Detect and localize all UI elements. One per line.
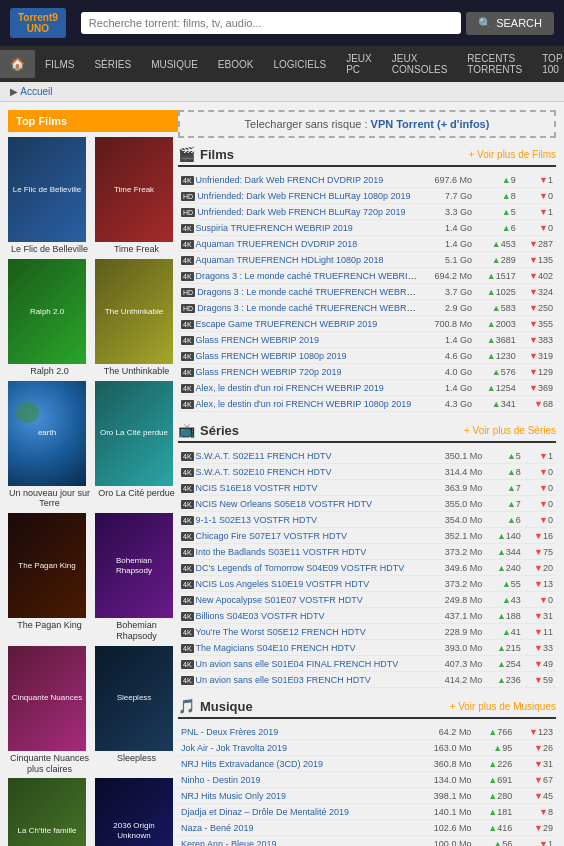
nav-logiciels[interactable]: LOGICIELS — [263, 52, 336, 77]
table-row[interactable]: 4KGlass FRENCH WEBRIP 2019 1.4 Go ▲3681 … — [178, 332, 556, 348]
table-row[interactable]: 4KInto the Badlands S03E11 VOSTFR HDTV 3… — [178, 544, 556, 560]
list-item[interactable]: Le Flic de Belleville Le Flic de Bellevi… — [8, 137, 91, 255]
table-row[interactable]: 4KEscape Game TRUEFRENCH WEBRIP 2019 700… — [178, 316, 556, 332]
torrent-link[interactable]: DC's Legends of Tomorrow S04E09 VOSTFR H… — [196, 563, 405, 573]
nav-series[interactable]: SÉRIES — [84, 52, 141, 77]
table-row[interactable]: Naza - Bené 2019 102.6 Mo ▲416 ▼29 — [178, 820, 556, 836]
nav-recents[interactable]: RECENTS TORRENTS — [457, 46, 532, 82]
table-row[interactable]: 4KDragons 3 : Le monde caché TRUEFRENCH … — [178, 268, 556, 284]
torrent-link[interactable]: Alex, le destin d'un roi FRENCH WEBRIP 2… — [196, 383, 384, 393]
table-row[interactable]: HDDragons 3 : Le monde caché TRUEFRENCH … — [178, 300, 556, 316]
vpn-link[interactable]: VPN Torrent — [371, 118, 434, 130]
list-item[interactable]: The Unthinkable The Unthinkable — [95, 259, 178, 377]
torrent-link[interactable]: You're The Worst S05E12 FRENCH HDTV — [196, 627, 366, 637]
table-row[interactable]: 4KBillions S04E03 VOSTFR HDTV 437.1 Mo ▲… — [178, 608, 556, 624]
table-row[interactable]: Keren Ann - Bleue 2019 100.0 Mo ▲56 ▼1 — [178, 836, 556, 847]
nav-home[interactable]: 🏠 — [0, 50, 35, 78]
torrent-link[interactable]: Alex, le destin d'un roi FRENCH WEBRIP 1… — [196, 399, 412, 409]
nav-ebook[interactable]: EBOOK — [208, 52, 264, 77]
list-item[interactable]: Oro La Cité perdue Oro La Cité perdue — [95, 381, 178, 510]
torrent-link[interactable]: Un avion sans elle S01E03 FRENCH HDTV — [196, 675, 371, 685]
torrent-link[interactable]: NRJ Hits Extravadance (3CD) 2019 — [181, 759, 323, 769]
torrent-link[interactable]: NCIS New Orleans S05E18 VOSTFR HDTV — [196, 499, 373, 509]
breadcrumb-link[interactable]: Accueil — [20, 86, 52, 97]
table-row[interactable]: 4KAlex, le destin d'un roi FRENCH WEBRIP… — [178, 380, 556, 396]
torrent-link[interactable]: Aquaman TRUEFRENCH DVDRIP 2018 — [196, 239, 358, 249]
torrent-link[interactable]: NCIS S16E18 VOSTFR HDTV — [196, 483, 318, 493]
series-more-link[interactable]: + Voir plus de Séries — [464, 425, 556, 436]
table-row[interactable]: 4KGlass FRENCH WEBRIP 1080p 2019 4.6 Go … — [178, 348, 556, 364]
list-item[interactable]: La Ch'tite famille La Ch'tite famille — [8, 778, 91, 846]
table-row[interactable]: 4KDC's Legends of Tomorrow S04E09 VOSTFR… — [178, 560, 556, 576]
table-row[interactable]: 4KThe Magicians S04E10 FRENCH HDTV 393.0… — [178, 640, 556, 656]
table-row[interactable]: 4KYou're The Worst S05E12 FRENCH HDTV 22… — [178, 624, 556, 640]
torrent-link[interactable]: Into the Badlands S03E11 VOSTFR HDTV — [196, 547, 367, 557]
torrent-link[interactable]: Un avion sans elle S01E04 FINAL FRENCH H… — [196, 659, 399, 669]
table-row[interactable]: HDUnfriended: Dark Web FRENCH BLuRay 108… — [178, 188, 556, 204]
table-row[interactable]: PNL - Deux Frères 2019 64.2 Mo ▲766 ▼123 — [178, 724, 556, 740]
table-row[interactable]: Djadja et Dinaz – Drôle De Mentalité 201… — [178, 804, 556, 820]
table-row[interactable]: 4KAquaman TRUEFRENCH DVDRIP 2018 1.4 Go … — [178, 236, 556, 252]
search-input[interactable] — [81, 12, 461, 34]
table-row[interactable]: 4KS.W.A.T. S02E11 FRENCH HDTV 350.1 Mo ▲… — [178, 448, 556, 464]
torrent-link[interactable]: Jok Air - Jok Travolta 2019 — [181, 743, 287, 753]
torrent-link[interactable]: NCIS Los Angeles S10E19 VOSTFR HDTV — [196, 579, 370, 589]
table-row[interactable]: 4KNew Apocalypse S01E07 VOSTFR HDTV 249.… — [178, 592, 556, 608]
table-row[interactable]: NRJ Hits Music Only 2019 398.1 Mo ▲280 ▼… — [178, 788, 556, 804]
torrent-link[interactable]: Djadja et Dinaz – Drôle De Mentalité 201… — [181, 807, 349, 817]
table-row[interactable]: 4KNCIS Los Angeles S10E19 VOSTFR HDTV 37… — [178, 576, 556, 592]
torrent-link[interactable]: S.W.A.T. S02E11 FRENCH HDTV — [196, 451, 332, 461]
torrent-link[interactable]: New Apocalypse S01E07 VOSTFR HDTV — [196, 595, 363, 605]
table-row[interactable]: 4KNCIS S16E18 VOSTFR HDTV 363.9 Mo ▲7 ▼0 — [178, 480, 556, 496]
table-row[interactable]: 4KUn avion sans elle S01E04 FINAL FRENCH… — [178, 656, 556, 672]
nav-films[interactable]: FILMS — [35, 52, 84, 77]
torrent-link[interactable]: Billions S04E03 VOSTFR HDTV — [196, 611, 325, 621]
table-row[interactable]: Ninho - Destin 2019 134.0 Mo ▲691 ▼67 — [178, 772, 556, 788]
torrent-link[interactable]: Glass FRENCH WEBRIP 2019 — [196, 335, 319, 345]
torrent-link[interactable]: Unfriended: Dark Web FRENCH BLuRay 1080p… — [197, 191, 410, 201]
torrent-link[interactable]: Dragons 3 : Le monde caché TRUEFRENCH WE… — [197, 302, 421, 313]
table-row[interactable]: 4K9-1-1 S02E13 VOSTFR HDTV 354.0 Mo ▲6 ▼… — [178, 512, 556, 528]
torrent-link[interactable]: Glass FRENCH WEBRIP 720p 2019 — [196, 367, 342, 377]
table-row[interactable]: 4KAquaman TRUEFRENCH HDLight 1080p 2018 … — [178, 252, 556, 268]
torrent-link[interactable]: Suspiria TRUEFRENCH WEBRIP 2019 — [196, 223, 353, 233]
nav-musique[interactable]: MUSIQUE — [141, 52, 208, 77]
torrent-link[interactable]: S.W.A.T. S02E10 FRENCH HDTV — [196, 467, 332, 477]
table-row[interactable]: Jok Air - Jok Travolta 2019 163.0 Mo ▲95… — [178, 740, 556, 756]
list-item[interactable]: The Pagan King The Pagan King — [8, 513, 91, 642]
table-row[interactable]: 4KS.W.A.T. S02E10 FRENCH HDTV 314.4 Mo ▲… — [178, 464, 556, 480]
torrent-link[interactable]: PNL - Deux Frères 2019 — [181, 727, 278, 737]
table-row[interactable]: 4KGlass FRENCH WEBRIP 720p 2019 4.0 Go ▲… — [178, 364, 556, 380]
torrent-link[interactable]: NRJ Hits Music Only 2019 — [181, 791, 286, 801]
musique-more-link[interactable]: + Voir plus de Musiques — [450, 701, 556, 712]
torrent-link[interactable]: Escape Game TRUEFRENCH WEBRIP 2019 — [196, 319, 378, 329]
torrent-link[interactable]: Chicago Fire S07E17 VOSTFR HDTV — [196, 531, 348, 541]
list-item[interactable]: Sleepless Sleepless — [95, 646, 178, 775]
list-item[interactable]: Bohemian Rhapsody Bohemian Rhapsody — [95, 513, 178, 642]
list-item[interactable]: 2036 Origin Unknown 2036 Origin Unknown — [95, 778, 178, 846]
table-row[interactable]: 4KUn avion sans elle S01E03 FRENCH HDTV … — [178, 672, 556, 688]
vpn-info[interactable]: (+ d'infos) — [437, 118, 489, 130]
list-item[interactable]: Time Freak Time Freak — [95, 137, 178, 255]
torrent-link[interactable]: 9-1-1 S02E13 VOSTFR HDTV — [196, 515, 318, 525]
torrent-link[interactable]: Dragons 3 : Le monde caché TRUEFRENCH WE… — [196, 270, 421, 281]
torrent-link[interactable]: Unfriended: Dark Web FRENCH DVDRIP 2019 — [196, 175, 384, 185]
torrent-link[interactable]: The Magicians S04E10 FRENCH HDTV — [196, 643, 356, 653]
films-more-link[interactable]: + Voir plus de Films — [468, 149, 556, 160]
table-row[interactable]: HDDragons 3 : Le monde caché TRUEFRENCH … — [178, 284, 556, 300]
torrent-link[interactable]: Keren Ann - Bleue 2019 — [181, 839, 277, 846]
torrent-link[interactable]: Unfriended: Dark Web FRENCH BLuRay 720p … — [197, 207, 405, 217]
nav-jeux-pc[interactable]: JEUX PC — [336, 46, 382, 82]
torrent-link[interactable]: Naza - Bené 2019 — [181, 823, 254, 833]
table-row[interactable]: HDUnfriended: Dark Web FRENCH BLuRay 720… — [178, 204, 556, 220]
torrent-link[interactable]: Glass FRENCH WEBRIP 1080p 2019 — [196, 351, 347, 361]
search-button[interactable]: 🔍 SEARCH — [466, 12, 554, 35]
nav-top100[interactable]: TOP 100 — [532, 46, 564, 82]
table-row[interactable]: NRJ Hits Extravadance (3CD) 2019 360.8 M… — [178, 756, 556, 772]
torrent-link[interactable]: Aquaman TRUEFRENCH HDLight 1080p 2018 — [196, 255, 384, 265]
list-item[interactable]: Ralph 2.0 Ralph 2.0 — [8, 259, 91, 377]
table-row[interactable]: 4KNCIS New Orleans S05E18 VOSTFR HDTV 35… — [178, 496, 556, 512]
table-row[interactable]: 4KSuspiria TRUEFRENCH WEBRIP 2019 1.4 Go… — [178, 220, 556, 236]
list-item[interactable]: earth Un nouveau jour sur Terre — [8, 381, 91, 510]
nav-jeux-consoles[interactable]: JEUX CONSOLES — [382, 46, 458, 82]
